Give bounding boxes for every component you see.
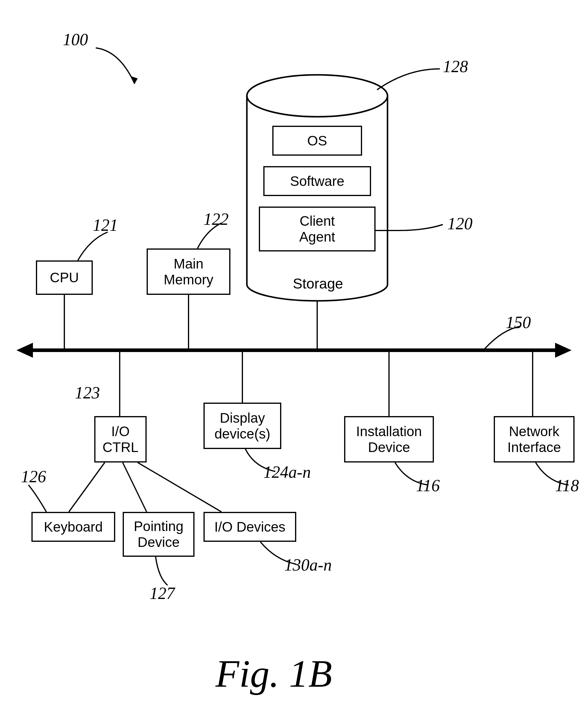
diagram-canvas: 100 128 OS Software Client Agent 120 Sto… (0, 0, 588, 728)
figure-caption: Fig. 1B (215, 651, 332, 696)
ref-io-devices: 130a-n (284, 555, 332, 575)
leader-io-devices-ref (0, 0, 588, 728)
